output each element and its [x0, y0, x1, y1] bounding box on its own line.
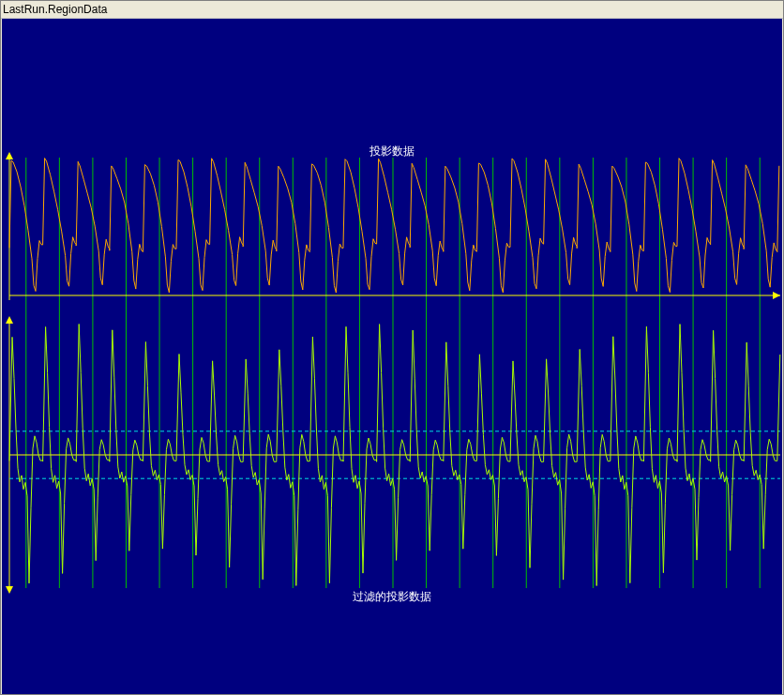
chart1-title: 投影数据	[369, 144, 415, 158]
chart-svg: 投影数据过滤的投影数据	[2, 19, 782, 694]
chart2-title: 过滤的投影数据	[353, 590, 431, 603]
window-titlebar[interactable]: LastRun.RegionData	[1, 1, 783, 19]
chart2-y-arrow-down	[6, 586, 13, 594]
chart1-series-projection	[9, 159, 779, 294]
chart1-y-arrow	[6, 152, 13, 159]
window-frame: LastRun.RegionData 投影数据过滤的投影数据	[0, 0, 784, 695]
chart2-y-arrow-up	[6, 316, 13, 324]
chart1-x-arrow	[773, 292, 780, 299]
plot-area: 投影数据过滤的投影数据	[2, 19, 782, 694]
window-title: LastRun.RegionData	[3, 3, 107, 16]
